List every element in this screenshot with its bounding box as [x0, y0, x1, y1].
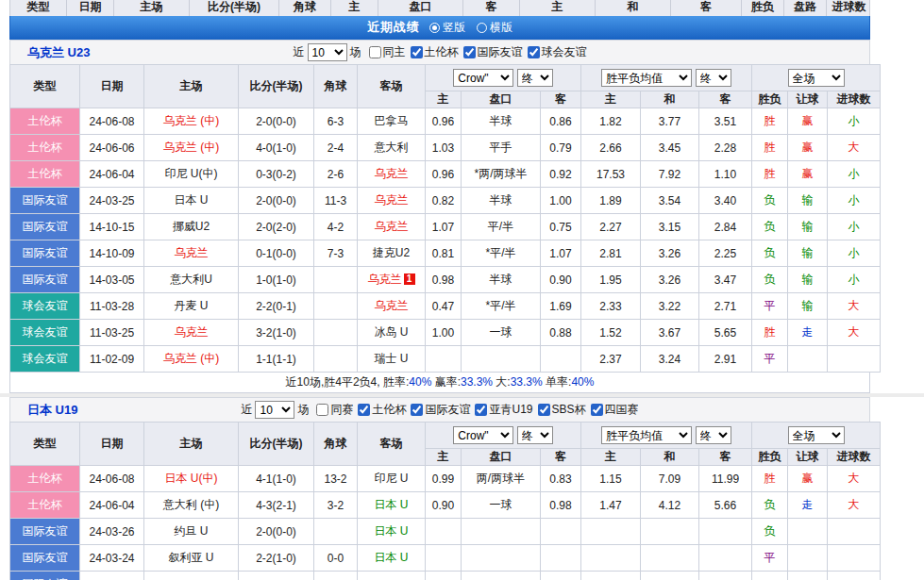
match-date	[80, 572, 144, 580]
result-handicap: 输	[788, 188, 828, 214]
draw-odds	[641, 545, 699, 572]
layout-radio[interactable]: 竖版	[429, 20, 465, 36]
matches-body: 土伦杯 24-06-08 乌克兰 (中) 2-0(0-0) 6-3 巴拿马 0.…	[10, 108, 881, 373]
lose-odds: 2.91	[699, 346, 752, 373]
away-team-name: 意大利	[375, 141, 409, 154]
result-handicap: 赢	[788, 108, 828, 135]
home-odds: 0.90	[426, 492, 462, 519]
sub-col: 客	[699, 91, 752, 108]
result-goals: 大	[828, 293, 881, 320]
bookmaker-select[interactable]: Crow"	[453, 426, 513, 444]
away-team-name: 乌克兰	[368, 273, 402, 286]
away-odds: 0.92	[541, 161, 581, 188]
home-team: 意大利 (中)	[144, 492, 239, 519]
avg-time-select[interactable]: 终	[696, 69, 731, 87]
win-odds	[581, 519, 641, 545]
filter-checkbox-input[interactable]	[538, 404, 550, 416]
scope-header: 全场	[752, 65, 881, 91]
filter-checkbox-input[interactable]	[475, 404, 487, 416]
lose-odds: 1.10	[699, 161, 752, 188]
lose-odds: 2.84	[699, 214, 752, 240]
match-score: 3-2(1-0)	[239, 320, 314, 346]
away-odds: 1.69	[541, 293, 581, 320]
sub-col: 胜负	[752, 91, 788, 108]
home-team-name: 乌克兰 (中)	[163, 352, 219, 365]
match-row: 土伦杯 24-06-08 乌克兰 (中) 2-0(0-0) 6-3 巴拿马 0.…	[10, 108, 881, 135]
avg-odds-select[interactable]: 胜平负均值	[601, 426, 692, 444]
match-type: 球会友谊	[10, 293, 80, 320]
top-col: 类型	[10, 0, 67, 16]
filter-checkbox[interactable]: SBS杯	[538, 402, 586, 418]
result-handicap	[788, 346, 828, 373]
draw-odds: 3.24	[641, 346, 699, 373]
recent-count-select[interactable]: 10	[308, 43, 347, 61]
filter-checkbox-input[interactable]	[411, 404, 423, 416]
filter-checkbox[interactable]: 同主	[369, 44, 406, 60]
top-col: 客	[463, 0, 520, 16]
sub-col: 和	[641, 449, 699, 466]
avg-odds-select[interactable]: 胜平负均值	[601, 69, 692, 87]
corner-score	[314, 267, 358, 293]
filter-checkbox-input[interactable]	[411, 46, 423, 58]
filter-checkbox[interactable]: 球会友谊	[528, 44, 587, 60]
summary-segment: 33.3%	[511, 375, 543, 389]
away-team-name: 巴拿马	[375, 114, 409, 127]
match-row: 国际友谊	[10, 572, 881, 580]
filter-checkbox[interactable]: 国际友谊	[463, 44, 523, 60]
filter-checkbox[interactable]: 四国赛	[591, 402, 639, 418]
result-wdl: 负	[752, 214, 788, 240]
filter-checkbox-input[interactable]	[358, 404, 370, 416]
filter-checkbox[interactable]: 国际友谊	[411, 402, 470, 418]
top-col: 角球	[279, 0, 331, 16]
match-date: 14-10-09	[80, 240, 144, 267]
filter-checkbox-input[interactable]	[528, 46, 540, 58]
filter-checkbox[interactable]: 同赛	[316, 402, 353, 418]
filter-checkbox[interactable]: 土伦杯	[411, 44, 459, 60]
top-col: 盘路	[784, 0, 827, 16]
home-odds	[426, 545, 462, 572]
avg-time-select[interactable]: 终	[696, 426, 731, 444]
filter-checkbox-input[interactable]	[369, 46, 381, 58]
away-odds: 1.00	[541, 188, 581, 214]
layout-radio[interactable]: 横版	[477, 20, 512, 36]
match-row: 国际友谊 24-03-25 日本 U 2-0(0-0) 11-3 乌克兰 0.8…	[10, 188, 881, 214]
scope-select[interactable]: 全场	[788, 426, 845, 444]
result-handicap: 走	[788, 492, 828, 519]
corner-score	[314, 572, 358, 580]
filter-checkbox-input[interactable]	[463, 46, 476, 58]
odds-time-select[interactable]: 终	[517, 426, 553, 444]
filter-checkbox[interactable]: 土伦杯	[358, 402, 406, 418]
home-team: 乌克兰	[144, 240, 239, 267]
lose-odds	[699, 545, 752, 572]
home-odds: 0.98	[426, 267, 462, 293]
win-odds: 1.47	[581, 492, 641, 519]
match-type: 土伦杯	[10, 135, 80, 161]
match-row: 土伦杯 24-06-08 日本 U(中) 4-1(1-0) 13-2 印尼 U …	[10, 466, 881, 492]
sub-col: 盘口	[462, 91, 541, 108]
filter-checkbox-input[interactable]	[316, 404, 328, 416]
filter-checkbox-input[interactable]	[591, 404, 603, 416]
sub-col: 主	[581, 449, 641, 466]
clipped-top-header: 类型 日期 主场 比分(半场) 角球 主 盘口 客 主 和 客 胜负 盘路 进球…	[9, 0, 870, 16]
match-type: 国际友谊	[10, 267, 80, 293]
odds-time-select[interactable]: 终	[517, 69, 553, 87]
sub-col: 进球数	[828, 449, 881, 466]
match-date: 14-03-05	[80, 267, 144, 293]
filter-checkbox[interactable]: 亚青U19	[475, 402, 532, 418]
match-date: 24-03-24	[80, 545, 144, 572]
handicap: 半球	[462, 267, 541, 293]
draw-odds: 7.92	[641, 161, 699, 188]
recent-count-select[interactable]: 10	[255, 401, 294, 419]
bookmaker-select[interactable]: Crow"	[453, 69, 513, 87]
home-team: 丹麦 U	[144, 293, 239, 320]
away-team-name: 乌克兰	[375, 167, 409, 180]
radio-icon	[477, 23, 487, 33]
scope-select[interactable]: 全场	[788, 69, 845, 87]
filters: 近 10 场 同主土伦杯国际友谊球会友谊	[294, 43, 587, 61]
home-team-name: 乌克兰	[175, 325, 209, 339]
filter-checkbox-label: 同赛	[330, 402, 353, 418]
result-goals: 小	[828, 161, 881, 188]
section-ukraine-u23: 乌克兰 U23 近 10 场 同主土伦杯国际友谊球会友谊 类型 日期 主场	[9, 40, 870, 393]
home-team	[144, 572, 239, 580]
away-odds	[541, 545, 581, 572]
